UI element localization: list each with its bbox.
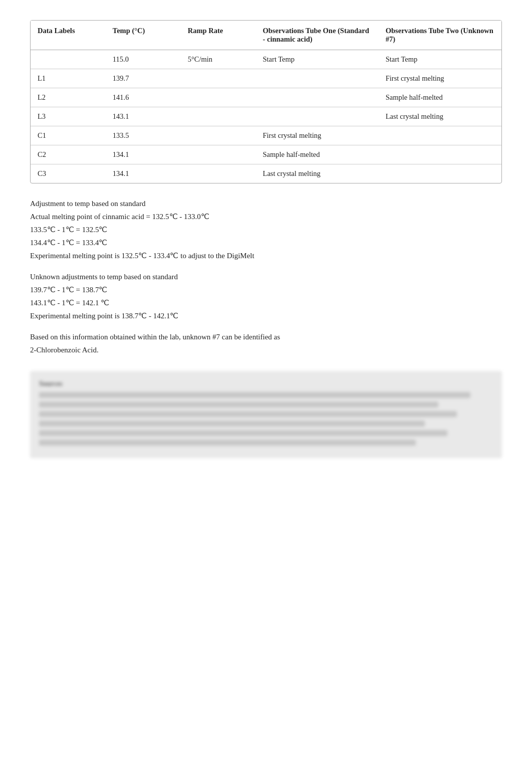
cell-obs1: Start Temp (256, 50, 379, 69)
cell-temp: 134.1 (106, 164, 181, 183)
cell-ramp (181, 164, 256, 183)
note-line: Adjustment to temp based on standard (30, 198, 502, 210)
table-row: L3143.1Last crystal melting (31, 107, 501, 126)
cell-ramp (181, 88, 256, 107)
unknown-adjustment-block: Unknown adjustments to temp based on sta… (30, 271, 502, 322)
cell-obs1: Sample half-melted (256, 145, 379, 164)
cell-label: L3 (31, 107, 106, 126)
note-line: 143.1℃ - 1℃ = 142.1 ℃ (30, 297, 502, 309)
cell-obs2 (379, 164, 501, 183)
note-line: 134.4℃ - 1℃ = 133.4℃ (30, 237, 502, 249)
cell-obs2: Sample half-melted (379, 88, 501, 107)
cell-obs1: Last crystal melting (256, 164, 379, 183)
cell-obs1 (256, 69, 379, 88)
col-header-obs1: Observations Tube One (Standard - cinnam… (256, 21, 379, 50)
cell-ramp (181, 107, 256, 126)
cell-label: L2 (31, 88, 106, 107)
cell-ramp: 5°C/min (181, 50, 256, 69)
data-table: Data Labels Temp (°C) Ramp Rate Observat… (30, 20, 502, 183)
cell-obs2: Start Temp (379, 50, 501, 69)
note-line: Unknown adjustments to temp based on sta… (30, 271, 502, 283)
note-line: Based on this information obtained withi… (30, 331, 502, 343)
sources-title: Sources (39, 380, 493, 388)
cell-label (31, 50, 106, 69)
blurred-line (39, 440, 416, 446)
cell-obs2: First crystal melting (379, 69, 501, 88)
note-line: 2-Chlorobenzoic Acid. (30, 344, 502, 356)
notes-section: Adjustment to temp based on standardActu… (30, 198, 502, 356)
table-row: L1139.7First crystal melting (31, 69, 501, 88)
col-header-data-labels: Data Labels (31, 21, 106, 50)
table-row: 115.05°C/minStart TempStart Temp (31, 50, 501, 69)
cell-label: L1 (31, 69, 106, 88)
cell-obs1 (256, 88, 379, 107)
cell-obs2 (379, 145, 501, 164)
cell-temp: 134.1 (106, 145, 181, 164)
cell-label: C1 (31, 126, 106, 145)
blurred-line (39, 421, 425, 427)
cell-temp: 141.6 (106, 88, 181, 107)
cell-ramp (181, 69, 256, 88)
conclusion-block: Based on this information obtained withi… (30, 331, 502, 356)
note-line: 139.7℃ - 1℃ = 138.7℃ (30, 284, 502, 296)
cell-temp: 143.1 (106, 107, 181, 126)
note-line: Experimental melting point is 132.5℃ - 1… (30, 250, 502, 262)
table-row: C3134.1Last crystal melting (31, 164, 501, 183)
col-header-temp: Temp (°C) (106, 21, 181, 50)
cell-label: C2 (31, 145, 106, 164)
table-row: L2141.6Sample half-melted (31, 88, 501, 107)
table-row: C1133.5First crystal melting (31, 126, 501, 145)
note-line: 133.5℃ - 1℃ = 132.5℃ (30, 224, 502, 236)
blurred-line (39, 411, 457, 417)
blurred-line (39, 430, 447, 436)
table-row: C2134.1Sample half-melted (31, 145, 501, 164)
blurred-line (39, 402, 438, 408)
cell-temp: 133.5 (106, 126, 181, 145)
cell-ramp (181, 126, 256, 145)
cell-ramp (181, 145, 256, 164)
sources-content (39, 392, 493, 446)
cell-temp: 139.7 (106, 69, 181, 88)
adjustment-block: Adjustment to temp based on standardActu… (30, 198, 502, 262)
col-header-obs2: Observations Tube Two (Unknown #7) (379, 21, 501, 50)
cell-obs2 (379, 126, 501, 145)
sources-section: Sources (30, 371, 502, 458)
col-header-ramp: Ramp Rate (181, 21, 256, 50)
cell-obs1: First crystal melting (256, 126, 379, 145)
note-line: Experimental melting point is 138.7℃ - 1… (30, 310, 502, 322)
cell-label: C3 (31, 164, 106, 183)
cell-obs2: Last crystal melting (379, 107, 501, 126)
cell-obs1 (256, 107, 379, 126)
cell-temp: 115.0 (106, 50, 181, 69)
note-line: Actual melting point of cinnamic acid = … (30, 211, 502, 223)
blurred-line (39, 392, 470, 398)
